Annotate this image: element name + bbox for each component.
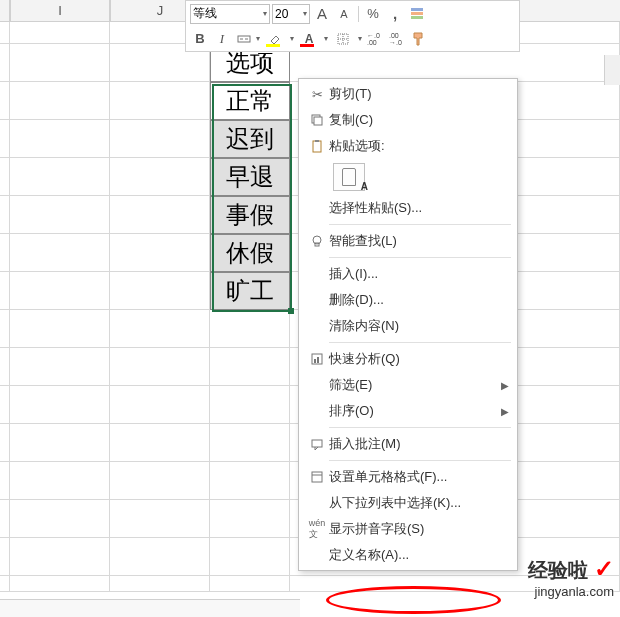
separator [358,6,359,22]
check-icon: ✓ [594,555,614,582]
svg-rect-14 [315,140,319,142]
chevron-down-icon[interactable]: ▾ [358,34,362,43]
quick-analysis-icon [305,352,329,366]
toolbar-row-1: 等线 ▾ 20 ▾ A A % , [186,1,519,26]
font-name-select[interactable]: 等线 ▾ [190,4,270,24]
menu-smart-lookup[interactable]: 智能查找(L) [299,228,517,254]
menu-separator [329,224,511,225]
cell-option-1[interactable]: 正常 [210,82,290,120]
font-size-select[interactable]: 20 ▾ [272,4,310,24]
paste-option-keep-text[interactable]: A [333,163,365,191]
context-menu: ✂ 剪切(T) 复制(C) 粘贴选项: A 选择性粘贴(S)... 智能查找(L… [298,78,518,571]
menu-insert[interactable]: 插入(I)... [299,261,517,287]
svg-rect-2 [411,16,423,19]
menu-insert-comment[interactable]: 插入批注(M) [299,431,517,457]
svg-text:→.0: →.0 [389,39,402,46]
svg-text:.00: .00 [367,39,377,46]
menu-delete[interactable]: 删除(D)... [299,287,517,313]
italic-button[interactable]: I [212,29,232,49]
cell-option-4[interactable]: 事假 [210,196,290,234]
percent-format-button[interactable]: % [363,4,383,24]
shrink-font-button[interactable]: A [334,4,354,24]
svg-rect-12 [314,117,322,125]
menu-define-name[interactable]: 定义名称(A)... [299,542,517,568]
vertical-scrollbar[interactable] [604,55,620,85]
increase-decimal-button[interactable]: ←.0.00 [364,29,384,49]
watermark: 经验啦 ✓ jingyanla.com [528,555,614,599]
svg-text:.00: .00 [389,32,399,39]
toolbar-row-2: B I ▾ ▾ A ▾ ▾ ←.0.00 .00→.0 [186,26,519,51]
font-name-value: 等线 [193,5,217,22]
lightbulb-icon [305,234,329,248]
menu-separator [329,427,511,428]
border-button[interactable] [330,29,356,49]
svg-rect-1 [411,12,423,15]
menu-separator [329,342,511,343]
chevron-right-icon: ▶ [501,406,509,417]
fill-color-indicator [266,44,280,47]
comment-icon [305,437,329,451]
svg-rect-19 [317,357,319,363]
phonetic-icon: wén文 [305,518,329,541]
font-size-value: 20 [275,7,288,21]
paste-options-row: A [299,159,517,195]
menu-cut[interactable]: ✂ 剪切(T) [299,81,517,107]
column-header-I[interactable]: I [10,0,110,22]
cell-option-6[interactable]: 旷工 [210,272,290,310]
mini-toolbar: 等线 ▾ 20 ▾ A A % , B I ▾ ▾ A ▾ [185,0,520,52]
font-color-button[interactable]: A [296,29,322,49]
menu-filter[interactable]: 筛选(E) ▶ [299,372,517,398]
menu-show-phonetic[interactable]: wén文 显示拼音字段(S) [299,516,517,542]
menu-format-cells[interactable]: 设置单元格格式(F)... [299,464,517,490]
paste-icon [305,139,329,153]
chevron-down-icon[interactable]: ▾ [256,34,260,43]
menu-separator [329,257,511,258]
svg-text:←.0: ←.0 [367,32,380,39]
font-color-indicator [300,44,314,47]
menu-sort[interactable]: 排序(O) ▶ [299,398,517,424]
sheet-tab-bar[interactable] [0,599,300,617]
cell-option-2[interactable]: 迟到 [210,120,290,158]
cell-option-5[interactable]: 休假 [210,234,290,272]
chevron-right-icon: ▶ [501,380,509,391]
menu-clear-contents[interactable]: 清除内容(N) [299,313,517,339]
comma-format-button[interactable]: , [385,4,405,24]
watermark-url: jingyanla.com [528,584,614,599]
chevron-down-icon: ▾ [263,9,267,18]
svg-rect-13 [313,141,321,152]
menu-paste-special[interactable]: 选择性粘贴(S)... [299,195,517,221]
grid-row [0,576,620,592]
decrease-decimal-button[interactable]: .00→.0 [386,29,406,49]
chevron-down-icon[interactable]: ▾ [290,34,294,43]
clipboard-icon [342,168,356,186]
bold-button[interactable]: B [190,29,210,49]
scissors-icon: ✂ [305,87,329,102]
format-painter-button[interactable] [408,29,428,49]
svg-rect-21 [312,472,322,482]
watermark-title: 经验啦 ✓ [528,555,614,584]
conditional-format-button[interactable] [407,4,427,24]
copy-icon [305,113,329,127]
grow-font-button[interactable]: A [312,4,332,24]
menu-paste-options-header: 粘贴选项: [299,133,517,159]
menu-separator [329,460,511,461]
menu-quick-analysis[interactable]: 快速分析(Q) [299,346,517,372]
svg-rect-3 [238,36,250,42]
cell-option-3[interactable]: 早退 [210,158,290,196]
menu-copy[interactable]: 复制(C) [299,107,517,133]
fill-color-button[interactable] [262,29,288,49]
svg-rect-20 [312,440,322,447]
chevron-down-icon[interactable]: ▾ [324,34,328,43]
merge-center-button[interactable] [234,29,254,49]
format-cells-icon [305,470,329,484]
svg-rect-18 [314,359,316,363]
col-header-spacer [0,0,10,22]
menu-pick-from-dropdown[interactable]: 从下拉列表中选择(K)... [299,490,517,516]
svg-rect-0 [411,8,423,11]
chevron-down-icon: ▾ [303,9,307,18]
